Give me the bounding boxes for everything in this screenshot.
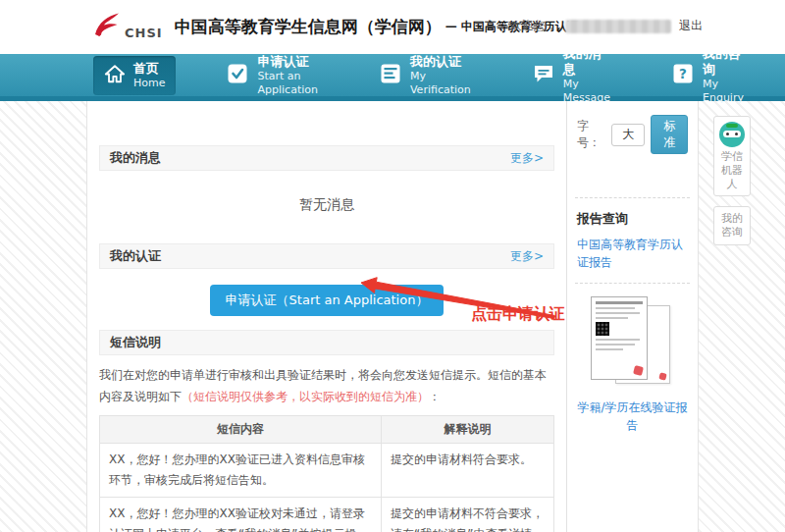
welcome-text: 欢迎您， [510, 18, 557, 34]
question-square-icon: ? [671, 62, 695, 89]
sms-table: 短信内容 解释说明 XX，您好！您办理的XX验证已进入资料信息审核环节，审核完成… [99, 415, 554, 532]
nav-item-start-application[interactable]: 申请认证 Start an Application [215, 49, 328, 102]
degree-report-link[interactable]: 中国高等教育学历认证报告 [577, 236, 688, 271]
sms-content-cell: XX，您好！您办理的XX验证校对未通过，请登录认证网上申请平台，查看“我的消息”… [100, 498, 382, 532]
report-preview-image[interactable] [584, 296, 682, 391]
nav-item-home[interactable]: 首页 Home [93, 56, 176, 95]
site-title: 中国高等教育学生信息网（学信网） [175, 16, 442, 38]
content-column: 我的消息 更多> 暂无消息 我的认证 更多> 申请认证（Start an App… [87, 101, 566, 532]
nav-label-en: Start an Application [257, 70, 317, 97]
font-size-large-button[interactable]: 大 [611, 124, 645, 146]
robot-label: 学信机器人 [721, 150, 743, 190]
svg-text:?: ? [679, 66, 687, 81]
red-stamp-icon [633, 365, 644, 376]
font-size-label: 字号： [577, 118, 605, 151]
nav-label-en: My Verification [410, 70, 471, 97]
nav-item-my-verification[interactable]: 我的认证 My Verification [368, 49, 482, 102]
redacted-username [565, 20, 671, 33]
home-icon [104, 63, 126, 88]
logout-link[interactable]: 退出 [679, 18, 703, 34]
font-size-standard-button[interactable]: 标准 [651, 115, 688, 154]
nav-label-zh: 我的认证 [410, 54, 471, 70]
my-enquiry-float-button[interactable]: 我的咨询 [713, 206, 751, 245]
nav-label-en: Home [133, 77, 165, 90]
sms-table-body: XX，您好！您办理的XX验证已进入资料信息审核环节，审核完成后将短信告知。提交的… [100, 444, 554, 532]
table-row: XX，您好！您办理的XX验证校对未通过，请登录认证网上申请平台，查看“我的消息”… [100, 498, 554, 532]
nav-label-zh: 申请认证 [257, 54, 317, 70]
main-navbar: 首页 Home 申请认证 Start an Application 我的认证 M… [0, 54, 785, 101]
red-stamp-icon [658, 372, 666, 380]
sms-content-header: 短信内容 [100, 416, 382, 444]
sms-section-header: 短信说明 [99, 330, 554, 355]
table-header-row: 短信内容 解释说明 [100, 416, 554, 444]
check-square-icon [226, 62, 249, 89]
sms-explain-cell: 提交的申请材料符合要求。 [382, 444, 554, 498]
sms-content-cell: XX，您好！您办理的XX验证已进入资料信息审核环节，审核完成后将短信告知。 [100, 444, 382, 498]
user-area: 欢迎您， 退出 [510, 18, 703, 34]
chsi-logo: CHSI [91, 12, 163, 42]
enquiry-label: 我的咨询 [721, 212, 743, 239]
badge-icon [379, 62, 402, 89]
start-application-button[interactable]: 申请认证（Start an Application） [210, 285, 445, 316]
divider [575, 283, 690, 284]
message-bubble-icon [532, 62, 555, 89]
sms-intro-red-note: （短信说明仅供参考，以实际收到的短信为准） [182, 390, 429, 403]
report-query-title: 报告查询 [577, 210, 688, 228]
apply-button-row: 申请认证（Start an Application） [99, 285, 554, 316]
nav-label-en: My Enquiry [703, 78, 744, 105]
top-header: CHSI 中国高等教育学生信息网（学信网） — 中国高等教育学历认证 欢迎您， … [0, 0, 785, 54]
font-size-selector: 字号： 大 标准 [577, 115, 688, 154]
sms-explain-header: 解释说明 [382, 416, 554, 444]
sms-intro-paragraph: 我们在对您的申请单进行审核和出具验证结果时，将会向您发送短信提示。短信的基本内容… [99, 364, 554, 407]
sms-intro-tail: ： [429, 390, 441, 403]
online-report-link[interactable]: 学籍/学历在线验证报告 [577, 399, 688, 434]
floating-widgets: 学信机器人 我的咨询 [713, 116, 751, 245]
main-content: 我的消息 更多> 暂无消息 我的认证 更多> 申请认证（Start an App… [86, 101, 699, 532]
table-row: XX，您好！您办理的XX验证已进入资料信息审核环节，审核完成后将短信告知。提交的… [100, 444, 554, 498]
chsi-logo-icon [91, 12, 121, 42]
document-title-band [596, 301, 643, 304]
qr-code-icon [596, 322, 609, 336]
my-messages-title: 我的消息 [110, 149, 161, 167]
report-document-front [591, 296, 648, 380]
chsi-logo-text: CHSI [125, 26, 163, 42]
my-messages-section-header: 我的消息 更多> [99, 145, 554, 171]
my-messages-more-link[interactable]: 更多> [510, 150, 544, 167]
divider [575, 197, 690, 198]
my-verification-title: 我的认证 [110, 247, 161, 265]
robot-avatar-icon [719, 122, 745, 147]
no-messages-text: 暂无消息 [99, 196, 554, 214]
nav-label-zh: 首页 [133, 61, 165, 77]
my-verification-more-link[interactable]: 更多> [510, 248, 544, 265]
my-verification-section-header: 我的认证 更多> [99, 243, 554, 269]
right-sidebar: 字号： 大 标准 报告查询 中国高等教育学历认证报告 学籍/学历在线验证报告 [566, 101, 698, 532]
sms-title: 短信说明 [110, 334, 161, 351]
xuexin-robot-button[interactable]: 学信机器人 [713, 116, 751, 196]
sms-explain-cell: 提交的申请材料不符合要求，请在“我的消息”中查看详情，并进入“我的认证”中修改。 [382, 498, 554, 532]
